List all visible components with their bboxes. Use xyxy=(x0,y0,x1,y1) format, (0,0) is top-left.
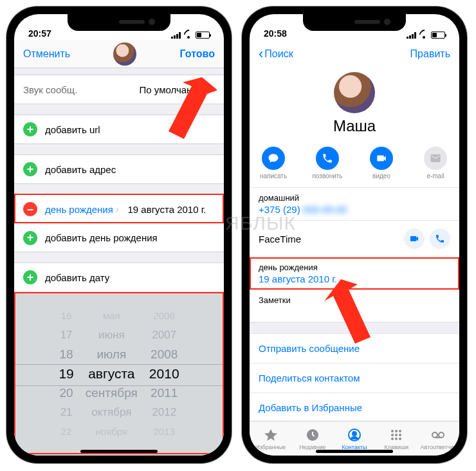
svg-point-13 xyxy=(399,438,401,440)
add-date-row[interactable]: + добавить дату xyxy=(14,263,224,291)
facetime-audio-button[interactable] xyxy=(430,228,450,249)
add-birthday-label: добавить день рождения xyxy=(45,232,158,243)
battery-icon xyxy=(196,32,210,39)
contact-icon xyxy=(347,427,362,443)
keypad-icon xyxy=(389,427,404,443)
contact-navbar: ‹ Поиск Править xyxy=(250,40,459,68)
add-url-label: добавить url xyxy=(45,124,100,135)
text-tone-label: Звук сообщ. xyxy=(23,84,77,95)
done-button[interactable]: Готово xyxy=(180,48,215,60)
mail-action: e-mail xyxy=(416,147,455,180)
tab-keypad-label: Клавиши xyxy=(384,444,408,450)
back-label: Поиск xyxy=(264,48,293,60)
tab-voicemail[interactable]: Автоответчик xyxy=(417,421,459,456)
video-label: видео xyxy=(372,172,390,180)
svg-point-4 xyxy=(352,432,356,436)
svg-point-12 xyxy=(395,438,398,440)
phone-left: 20:57 Отменить Готово Звук сообщ. По умо… xyxy=(6,6,232,463)
svg-marker-0 xyxy=(169,77,217,139)
notch xyxy=(303,14,406,31)
mail-icon xyxy=(424,147,447,170)
voicemail-icon xyxy=(430,427,446,443)
star-icon xyxy=(263,427,279,443)
call-action[interactable]: позвонить xyxy=(307,147,347,180)
birthday-label: день рождения xyxy=(259,263,450,272)
svg-point-8 xyxy=(391,434,394,436)
date-picker[interactable]: 16 17 18 19 20 21 22 мая июня июля xyxy=(14,292,224,456)
message-icon xyxy=(262,147,285,170)
phone-number: +375 (29) 000-00-00 xyxy=(259,204,450,215)
message-label: написать xyxy=(260,172,287,180)
picker-day-selected: 19 xyxy=(59,364,73,383)
notch xyxy=(68,14,170,31)
signal-icon xyxy=(171,32,181,39)
birthday-row[interactable]: – день рождения › 19 августа 2010 г. xyxy=(14,195,224,223)
status-time: 20:58 xyxy=(264,28,287,39)
facetime-video-button[interactable] xyxy=(404,228,425,249)
svg-point-6 xyxy=(395,430,398,432)
svg-point-11 xyxy=(391,438,394,440)
svg-point-14 xyxy=(432,432,437,438)
video-icon xyxy=(370,147,393,170)
phone-right: 20:58 ‹ Поиск Править Маша xyxy=(242,6,467,463)
call-label: позвонить xyxy=(312,172,342,180)
battery-icon xyxy=(431,32,445,39)
svg-point-5 xyxy=(391,430,394,432)
message-action[interactable]: написать xyxy=(253,147,293,180)
tab-favorites-label: Избранные xyxy=(255,444,286,450)
add-address-row[interactable]: + добавить адрес xyxy=(14,155,224,183)
edit-button[interactable]: Править xyxy=(410,48,450,60)
svg-point-9 xyxy=(395,434,398,436)
contact-actions: написать позвонить видео e-mail xyxy=(250,142,459,188)
avatar[interactable] xyxy=(113,42,136,66)
birthday-label[interactable]: день рождения xyxy=(45,204,113,215)
facetime-row: FaceTime xyxy=(250,221,459,257)
minus-icon[interactable]: – xyxy=(23,202,37,216)
tab-favorites[interactable]: Избранные xyxy=(250,421,291,456)
svg-marker-1 xyxy=(324,279,371,344)
add-favorite-link[interactable]: Добавить в Избранные xyxy=(250,393,459,421)
phone-type-label: домашний xyxy=(259,193,450,203)
status-time: 20:57 xyxy=(28,28,51,39)
phone-icon xyxy=(316,147,339,170)
back-button[interactable]: ‹ Поиск xyxy=(259,46,293,62)
avatar[interactable] xyxy=(334,72,375,113)
tab-contacts-label: Контакты xyxy=(342,444,367,450)
wifi-icon xyxy=(184,32,193,39)
phone-section[interactable]: домашний +375 (29) 000-00-00 xyxy=(250,188,459,221)
video-action[interactable]: видео xyxy=(362,147,401,180)
plus-icon[interactable]: + xyxy=(23,270,37,284)
contact-header: Маша xyxy=(250,68,459,142)
wifi-icon xyxy=(419,32,428,39)
picker-year-selected: 2010 xyxy=(149,364,179,383)
add-birthday-row[interactable]: + добавить день рождения xyxy=(14,223,224,252)
birthday-value: 19 августа 2010 г. xyxy=(127,204,206,215)
signal-icon xyxy=(407,32,417,39)
svg-point-7 xyxy=(399,430,401,432)
picker-month-column[interactable]: мая июня июля августа сентября октября н… xyxy=(86,306,138,456)
plus-icon[interactable]: + xyxy=(23,162,37,176)
facetime-label: FaceTime xyxy=(259,234,399,245)
plus-icon[interactable]: + xyxy=(23,122,37,136)
edit-contact-navbar: Отменить Готово xyxy=(14,40,224,68)
tab-recents-label: Недавние xyxy=(299,444,325,450)
contact-name: Маша xyxy=(333,117,376,135)
annotation-arrow xyxy=(147,76,217,153)
plus-icon[interactable]: + xyxy=(23,231,37,245)
clock-icon xyxy=(305,427,320,443)
tab-voicemail-label: Автоответчик xyxy=(421,444,457,450)
share-contact-link[interactable]: Поделиться контактом xyxy=(250,364,459,393)
chevron-left-icon: ‹ xyxy=(259,46,263,62)
home-indicator[interactable] xyxy=(80,450,158,453)
home-indicator[interactable] xyxy=(316,450,393,453)
chevron-right-icon: › xyxy=(116,204,119,214)
svg-point-10 xyxy=(399,434,401,436)
add-date-label: добавить дату xyxy=(45,272,109,283)
picker-year-column[interactable]: 2006 2007 2008 2010 2011 2012 2013 xyxy=(149,306,179,456)
mail-label: e-mail xyxy=(426,172,444,180)
annotation-arrow xyxy=(313,278,383,355)
cancel-button[interactable]: Отменить xyxy=(23,48,70,60)
picker-month-selected: августа xyxy=(88,364,134,383)
picker-day-column[interactable]: 16 17 18 19 20 21 22 xyxy=(59,306,73,456)
add-address-label: добавить адрес xyxy=(45,164,116,175)
